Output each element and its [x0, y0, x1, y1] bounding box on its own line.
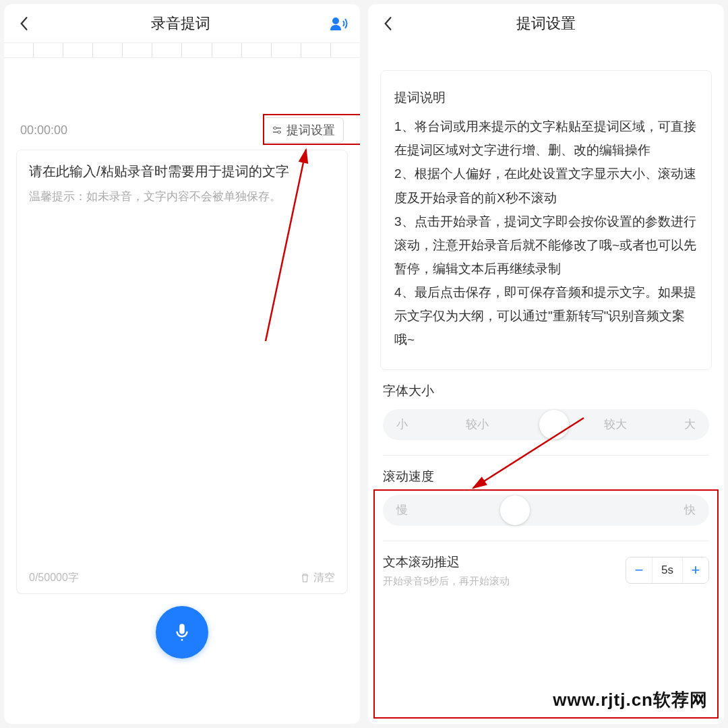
instructions-line: 2、根据个人偏好，在此处设置文字显示大小、滚动速度及开始录音的前X秒不滚动: [394, 162, 698, 209]
font-size-slider[interactable]: 小 较小 较大 大: [383, 409, 709, 440]
font-option: 较大: [604, 417, 627, 432]
textarea-placeholder[interactable]: 请在此输入/粘贴录音时需要用于提词的文字: [29, 162, 335, 181]
instructions-title: 提词说明: [394, 86, 698, 109]
speed-min-label: 慢: [396, 502, 408, 518]
stepper-minus[interactable]: −: [626, 557, 652, 583]
clear-label: 清空: [313, 571, 335, 585]
slider-thumb[interactable]: [500, 495, 530, 525]
svg-point-2: [278, 131, 280, 133]
timeline-ruler: [4, 43, 360, 58]
microphone-icon: [172, 622, 192, 642]
font-option: 小: [396, 417, 408, 432]
back-button[interactable]: [15, 15, 32, 32]
font-size-label: 字体大小: [383, 382, 709, 400]
delay-stepper: − 5s +: [626, 557, 709, 584]
settings-screen: 提词设置 提词说明 1、将台词或用来提示的文字粘贴至提词区域，可直接在提词区域对…: [368, 4, 724, 724]
text-card: 请在此输入/粘贴录音时需要用于提词的文字 温馨提示：如未录音，文字内容不会被单独…: [16, 150, 348, 594]
chevron-left-icon: [19, 16, 28, 31]
textarea-tip: 温馨提示：如未录音，文字内容不会被单独保存。: [29, 189, 335, 204]
sliders-icon: [272, 125, 282, 135]
scroll-delay-sub: 开始录音5秒后，再开始滚动: [383, 575, 626, 588]
meta-row: 00:00:00 提词设置: [4, 117, 360, 150]
instructions-card: 提词说明 1、将台词或用来提示的文字粘贴至提词区域，可直接在提词区域对文字进行增…: [380, 70, 712, 370]
scroll-speed-section: 滚动速度 慢 快: [368, 456, 724, 541]
voice-profile-icon[interactable]: [329, 15, 349, 32]
scroll-delay-section: 文本滚动推迟 开始录音5秒后，再开始滚动 − 5s +: [368, 541, 724, 592]
page-title: 录音提词: [32, 13, 329, 34]
instructions-line: 1、将台词或用来提示的文字粘贴至提词区域，可直接在提词区域对文字进行增、删、改的…: [394, 115, 698, 162]
timer-display: 00:00:00: [20, 123, 263, 138]
char-counter: 0/50000字: [29, 571, 79, 585]
back-button[interactable]: [379, 15, 396, 32]
record-button[interactable]: [156, 606, 208, 659]
scroll-speed-label: 滚动速度: [383, 468, 709, 485]
stepper-plus[interactable]: +: [683, 557, 708, 583]
slider-thumb[interactable]: [539, 410, 569, 439]
speed-max-label: 快: [684, 502, 696, 518]
instructions-line: 4、最后点击保存，即可保存音频和提示文字。如果提示文字仅为大纲，可以通过"重新转…: [394, 280, 698, 351]
topbar: 提词设置: [368, 4, 724, 43]
instructions-line: 3、点击开始录音，提词文字即会按你设置的参数进行滚动，注意开始录音后就不能修改了…: [394, 210, 698, 280]
font-option: 大: [684, 417, 696, 432]
svg-point-1: [274, 127, 276, 129]
watermark: www.rjtj.cn软荐网: [553, 688, 708, 712]
scroll-speed-slider[interactable]: 慢 快: [383, 495, 709, 526]
recording-screen: 录音提词 00:00:00 提词设置 请在此输入/粘贴录音时需要用于提词的文字 …: [4, 4, 360, 724]
scroll-delay-label: 文本滚动推迟: [383, 553, 626, 571]
clear-button[interactable]: 清空: [300, 571, 335, 585]
topbar: 录音提词: [4, 4, 360, 43]
trash-icon: [300, 573, 310, 583]
teleprompter-settings-label: 提词设置: [286, 122, 335, 138]
chevron-left-icon: [383, 16, 392, 31]
font-option: 较小: [466, 417, 489, 432]
teleprompter-settings-button[interactable]: 提词设置: [263, 117, 344, 143]
svg-point-0: [332, 18, 339, 24]
page-title: 提词设置: [396, 13, 696, 34]
font-size-section: 字体大小 小 较小 较大 大: [368, 370, 724, 456]
stepper-value: 5s: [652, 557, 683, 583]
